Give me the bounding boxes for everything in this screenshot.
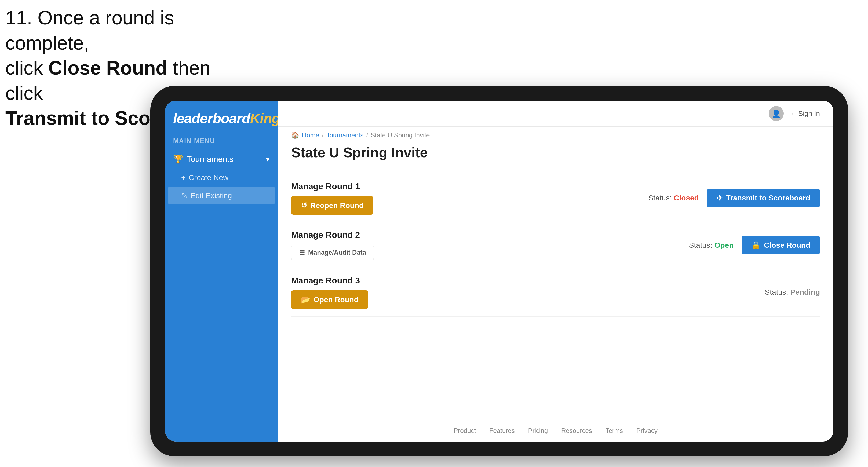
sign-in-label: Sign In [798, 110, 820, 118]
instruction-line1: 11. Once a round is complete, [5, 7, 174, 54]
round-3-left: Manage Round 3 📂 Open Round [291, 276, 368, 309]
footer-features[interactable]: Features [489, 427, 515, 435]
close-round-icon: 🔒 [751, 241, 761, 250]
breadcrumb-home[interactable]: Home [302, 131, 319, 139]
round-2-right: Status: Open 🔒 Close Round [689, 236, 820, 254]
close-round-button[interactable]: 🔒 Close Round [742, 236, 820, 254]
logo: leaderboardKing [173, 110, 270, 126]
round-1-status: Status: Closed [648, 194, 699, 203]
sidebar-edit-label: Edit Existing [191, 191, 232, 200]
main-menu-label: MAIN MENU [165, 134, 278, 149]
breadcrumb-tournaments[interactable]: Tournaments [327, 131, 364, 139]
round-2-status-value: Open [714, 241, 734, 249]
footer-pricing[interactable]: Pricing [528, 427, 548, 435]
logo-king: King [250, 111, 280, 126]
sidebar-tournaments-label: Tournaments [187, 155, 233, 164]
round-2-title: Manage Round 2 [291, 230, 374, 240]
edit-icon: ✎ [181, 191, 187, 200]
reopen-label: Reopen Round [310, 201, 364, 210]
trophy-icon: 🏆 [173, 154, 183, 164]
round-2-section: Manage Round 2 ☰ Manage/Audit Data Statu… [291, 222, 820, 268]
audit-icon: ☰ [299, 249, 305, 256]
round-3-section: Manage Round 3 📂 Open Round Status: Pend… [291, 268, 820, 317]
page-title: State U Spring Invite [291, 145, 820, 160]
sign-in-area[interactable]: 👤 → Sign In [769, 106, 820, 121]
transmit-icon: ✈ [717, 194, 723, 203]
logo-leaderboard: leaderboard [173, 111, 250, 126]
tablet-shell: leaderboardKing MAIN MENU 🏆 Tournaments … [150, 86, 848, 456]
sidebar-item-tournaments-left: 🏆 Tournaments [173, 154, 233, 164]
arrow-right-icon: → [787, 110, 795, 118]
top-header: 👤 → Sign In [278, 101, 833, 127]
instruction-bold1: Close Round [48, 57, 167, 79]
audit-label: Manage/Audit Data [308, 249, 366, 256]
reopen-icon: ↺ [301, 201, 307, 210]
transmit-label: Transmit to Scoreboard [726, 194, 810, 203]
round-2-left: Manage Round 2 ☰ Manage/Audit Data [291, 230, 374, 260]
footer: Product Features Pricing Resources Terms… [278, 420, 833, 441]
round-3-status: Status: Pending [765, 288, 820, 297]
open-round-label: Open Round [313, 295, 359, 304]
content-area: Manage Round 1 ↺ Reopen Round Status: Cl… [278, 168, 833, 420]
sidebar-item-create-new[interactable]: + Create New [165, 169, 278, 186]
footer-resources[interactable]: Resources [561, 427, 592, 435]
tablet-screen: leaderboardKing MAIN MENU 🏆 Tournaments … [165, 101, 833, 441]
breadcrumb-sep1: / [322, 131, 324, 139]
round-3-status-value: Pending [790, 288, 820, 296]
footer-privacy[interactable]: Privacy [637, 427, 658, 435]
round-3-right: Status: Pending [765, 288, 820, 297]
sidebar-create-label: Create New [189, 174, 228, 182]
footer-product[interactable]: Product [454, 427, 476, 435]
reopen-round-button[interactable]: ↺ Reopen Round [291, 196, 373, 215]
page-title-area: State U Spring Invite [278, 142, 833, 168]
breadcrumb-sep2: / [366, 131, 368, 139]
round-1-right: Status: Closed ✈ Transmit to Scoreboard [648, 189, 820, 208]
open-round-button[interactable]: 📂 Open Round [291, 290, 368, 309]
footer-terms[interactable]: Terms [606, 427, 623, 435]
round-1-section: Manage Round 1 ↺ Reopen Round Status: Cl… [291, 174, 820, 222]
instruction-line2: click [5, 57, 48, 79]
breadcrumb-current: State U Spring Invite [371, 131, 430, 139]
round-1-status-value: Closed [674, 194, 699, 202]
transmit-scoreboard-button[interactable]: ✈ Transmit to Scoreboard [707, 189, 820, 208]
sidebar-logo-area: leaderboardKing [165, 101, 278, 134]
open-round-icon: 📂 [301, 295, 310, 304]
home-icon: 🏠 [291, 131, 299, 139]
close-round-label: Close Round [764, 241, 810, 250]
round-1-title: Manage Round 1 [291, 181, 373, 191]
sidebar-item-edit-existing[interactable]: ✎ Edit Existing [168, 187, 275, 204]
main-content: 👤 → Sign In 🏠 Home / Tournaments / State… [278, 101, 833, 441]
app-layout: leaderboardKing MAIN MENU 🏆 Tournaments … [165, 101, 833, 441]
avatar: 👤 [769, 106, 784, 121]
plus-icon: + [181, 174, 185, 182]
sidebar: leaderboardKing MAIN MENU 🏆 Tournaments … [165, 101, 278, 441]
manage-audit-button[interactable]: ☰ Manage/Audit Data [291, 245, 374, 260]
sidebar-item-tournaments[interactable]: 🏆 Tournaments ▾ [165, 149, 278, 169]
breadcrumb: 🏠 Home / Tournaments / State U Spring In… [278, 127, 833, 142]
chevron-down-icon: ▾ [266, 154, 270, 164]
round-3-title: Manage Round 3 [291, 276, 368, 286]
round-1-left: Manage Round 1 ↺ Reopen Round [291, 181, 373, 215]
round-2-status: Status: Open [689, 241, 734, 250]
